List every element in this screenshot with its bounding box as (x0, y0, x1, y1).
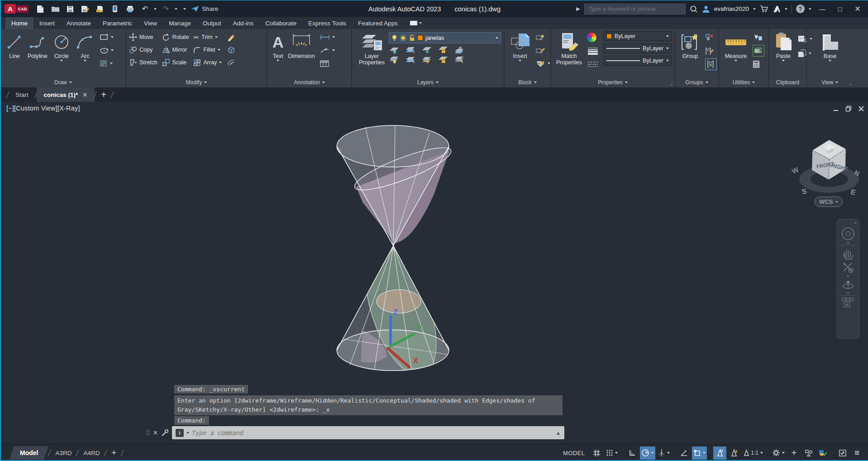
attributes-dropdown-icon[interactable] (548, 62, 550, 64)
undo-dropdown-icon[interactable] (154, 8, 157, 10)
text-dropdown-icon[interactable] (277, 60, 279, 62)
model-space-toggle[interactable]: MODEL (559, 447, 589, 460)
annotation-visibility-toggle[interactable] (713, 447, 726, 460)
zoom-extents-icon[interactable] (841, 261, 855, 274)
redo-icon[interactable]: ↷ (160, 4, 172, 14)
ortho-toggle[interactable] (625, 447, 639, 460)
upper-cone[interactable] (337, 125, 455, 246)
qat-customize-icon[interactable] (183, 8, 186, 10)
paste-dropdown-icon[interactable] (782, 60, 785, 62)
array-button[interactable]: Array (193, 57, 222, 68)
leader-dropdown-icon[interactable] (332, 49, 335, 51)
circle-button[interactable]: Circle (50, 31, 73, 62)
undo-icon[interactable]: ↶ (139, 4, 151, 14)
double-cone-model[interactable]: Z Y X W S E N FRONT RIGHT TOP (1, 102, 868, 443)
array-dropdown-icon[interactable] (219, 62, 222, 63)
hardware-acceleration-button[interactable] (816, 447, 830, 460)
lineweight-combo[interactable]: ByLayer (603, 43, 672, 53)
layer-thaw-all-icon[interactable] (421, 56, 432, 64)
base-button[interactable]: Base (818, 31, 842, 62)
linetype-combo-dropdown-icon[interactable] (666, 60, 669, 62)
panel-label-utilities[interactable]: Utilities (719, 77, 768, 87)
polar-dropdown-icon[interactable] (651, 452, 654, 454)
file-tab-conicas[interactable]: conicas (1)*✕ (37, 87, 95, 102)
tab-manage[interactable]: Manage (163, 17, 197, 29)
search-icon[interactable] (690, 5, 698, 13)
new-layout-button[interactable]: + (109, 448, 119, 458)
group-selection-toggle[interactable] (705, 58, 717, 70)
scale-button[interactable]: Scale (162, 57, 189, 68)
viewcube-west-label[interactable]: W (791, 165, 800, 175)
command-input[interactable] (192, 429, 553, 437)
open-folder-icon[interactable] (49, 4, 61, 14)
layer-unlock-all-icon[interactable] (438, 56, 448, 64)
edit-block-button[interactable] (535, 44, 550, 56)
insert-dropdown-icon[interactable] (519, 60, 521, 62)
trim-button[interactable]: ✂Trim (193, 31, 222, 43)
tab-view[interactable]: View (138, 17, 163, 29)
snap-toggle[interactable] (605, 447, 619, 460)
new-file-icon[interactable] (34, 4, 46, 14)
dimension-button[interactable]: Dimension (286, 31, 317, 60)
tab-insert[interactable]: Insert (33, 17, 61, 29)
file-tab-close-icon[interactable]: ✕ (82, 91, 87, 98)
viewport-minimize-icon[interactable] (833, 106, 839, 112)
layer-freeze-icon[interactable] (421, 46, 432, 54)
create-block-button[interactable] (535, 31, 550, 43)
select-similar-button[interactable] (753, 45, 764, 57)
ungroup-button[interactable] (705, 31, 717, 43)
layout-tab-model[interactable]: Model (10, 446, 49, 460)
polar-tracking-toggle[interactable] (640, 447, 655, 460)
zoom-dropdown-icon[interactable] (847, 275, 849, 277)
ribbon-display-toggle[interactable] (410, 17, 422, 29)
customization-menu-button[interactable]: ≡ (850, 447, 863, 460)
lineweight-combo-dropdown-icon[interactable] (666, 48, 669, 49)
offset-button[interactable] (227, 57, 236, 68)
orbit-icon[interactable] (841, 278, 855, 292)
showmotion-icon[interactable] (841, 297, 855, 308)
cart-icon[interactable] (760, 5, 768, 13)
orbit-dropdown-icon[interactable] (847, 293, 849, 294)
username[interactable]: evafrias2020 (714, 5, 749, 12)
text-button[interactable]: A Text (270, 31, 286, 62)
share-button[interactable]: Share (191, 5, 218, 12)
command-history-up-icon[interactable]: ▲ (556, 430, 561, 436)
line-button[interactable]: Line (4, 31, 25, 60)
clean-screen-button[interactable] (836, 447, 849, 460)
user-avatar-icon[interactable] (702, 5, 710, 13)
new-drawing-tab-button[interactable]: + (95, 87, 112, 102)
open-from-web-icon[interactable] (94, 4, 106, 14)
measure-button[interactable]: Measure (722, 31, 750, 62)
copy-button[interactable]: Copy (129, 44, 157, 56)
tab-parametric[interactable]: Parametric (97, 17, 138, 29)
linetype-combo[interactable]: ByLayer (603, 56, 672, 66)
panel-label-view[interactable]: View⌟ (807, 77, 853, 87)
move-button[interactable]: Move (129, 31, 157, 43)
arc-button[interactable]: Arc (73, 31, 97, 62)
mirror-button[interactable]: Mirror (162, 44, 189, 56)
tab-featured-apps[interactable]: Featured Apps (352, 17, 404, 29)
command-bar-grip[interactable]: ⁞⁞ (146, 429, 150, 437)
panel-label-block[interactable]: Block (505, 77, 550, 87)
tab-express-tools[interactable]: Express Tools (302, 17, 352, 29)
arc-dropdown-icon[interactable] (84, 60, 86, 62)
annotation-scale-button[interactable]: 1:1 (742, 447, 764, 460)
isometric-drafting-toggle[interactable] (657, 447, 671, 460)
stretch-button[interactable]: Stretch (129, 57, 157, 68)
viewport-restore-icon[interactable] (845, 106, 852, 112)
tab-collaborate[interactable]: Collaborate (259, 17, 302, 29)
plot-icon[interactable] (124, 4, 136, 14)
command-recent-dropdown-icon[interactable] (186, 432, 189, 434)
help-icon[interactable]: ? (796, 5, 805, 13)
layer-lock-icon[interactable] (438, 46, 448, 54)
command-customize-wrench-icon[interactable] (161, 429, 169, 437)
layer-combo-dropdown-icon[interactable] (496, 37, 498, 39)
command-input-field[interactable]: ❯ ▲ (172, 426, 564, 439)
panel-label-annotation[interactable]: Annotation (267, 77, 351, 87)
insert-button[interactable]: Insert (507, 31, 533, 62)
navbar-close-icon[interactable]: ✕ (854, 221, 857, 225)
workspace-dropdown-icon[interactable] (782, 452, 785, 454)
quick-calculator-button[interactable] (753, 58, 764, 70)
measure-dropdown-icon[interactable] (734, 60, 737, 62)
rectangle-dropdown-icon[interactable] (111, 36, 114, 38)
